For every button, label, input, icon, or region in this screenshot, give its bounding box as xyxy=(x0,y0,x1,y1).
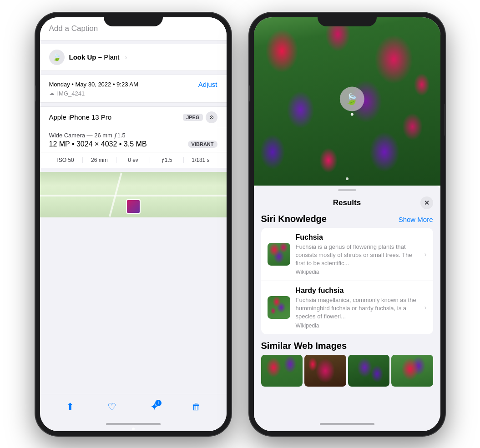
hardy-source: Wikipedia xyxy=(296,322,419,329)
similar-images-section: Similar Web Images xyxy=(254,335,440,390)
fuchsia-source: Wikipedia xyxy=(296,269,419,275)
lookup-icon: 🍃 xyxy=(49,50,65,65)
similar-image-2[interactable] xyxy=(304,355,346,387)
info-button[interactable]: ✦ i xyxy=(146,399,162,415)
right-phone: 🍃 Results ✕ Siri Knowledge Show More xyxy=(249,13,445,436)
fuchsia-chevron: › xyxy=(424,251,427,258)
meta-filename: ☁ IMG_4241 xyxy=(49,90,217,97)
map-area[interactable] xyxy=(40,172,227,217)
exif-iso: ISO 50 xyxy=(49,157,83,163)
delete-button[interactable]: 🗑 xyxy=(188,399,204,415)
device-name: Apple iPhone 13 Pro xyxy=(49,113,112,121)
leaf-icon: 🍃 xyxy=(52,53,61,61)
caption-input[interactable]: Add a Caption xyxy=(49,24,98,33)
exif-focal: 26 mm xyxy=(83,157,116,163)
left-screen: Add a Caption 🍃 Look Up – Plant › Monday… xyxy=(40,17,227,431)
camera-type: Wide Camera — 26 mm ƒ1.5 xyxy=(49,132,217,139)
hardy-description: Fuchsia magellanica, commonly known as t… xyxy=(296,296,419,321)
fuchsia-name: Fuchsia xyxy=(296,233,419,242)
knowledge-item-fuchsia[interactable]: Fuchsia Fuchsia is a genus of flowering … xyxy=(261,228,433,282)
notch xyxy=(104,13,163,26)
device-section: Apple iPhone 13 Pro JPEG ⊙ Wide Camera —… xyxy=(40,106,227,168)
visual-lookup-button[interactable]: 🍃 xyxy=(339,86,364,111)
lookup-row[interactable]: 🍃 Look Up – Plant › xyxy=(40,44,227,71)
info-section: Add a Caption 🍃 Look Up – Plant › Monday… xyxy=(40,17,227,394)
results-panel: Results ✕ Siri Knowledge Show More xyxy=(254,186,440,418)
device-row: Apple iPhone 13 Pro JPEG ⊙ xyxy=(40,107,227,128)
meta-section: Monday • May 30, 2022 • 9:23 AM Adjust ☁… xyxy=(40,75,227,103)
vibrant-badge: VIBRANT xyxy=(188,141,217,148)
lookup-label: Look Up – Plant xyxy=(69,53,120,61)
similar-images-grid xyxy=(261,355,433,387)
cloud-icon: ☁ xyxy=(49,90,55,96)
hardy-chevron: › xyxy=(424,304,427,311)
heart-icon: ♡ xyxy=(107,401,116,413)
adjust-button[interactable]: Adjust xyxy=(198,81,217,88)
siri-knowledge-title: Siri Knowledge xyxy=(261,214,327,224)
device-badges: JPEG ⊙ xyxy=(183,111,217,123)
results-title: Results xyxy=(274,198,420,207)
share-button[interactable]: ⬆ xyxy=(62,399,78,415)
show-more-button[interactable]: Show More xyxy=(399,216,433,223)
meta-date-row: Monday • May 30, 2022 • 9:23 AM Adjust xyxy=(49,81,217,88)
close-button[interactable]: ✕ xyxy=(420,196,433,209)
lookup-chevron: › xyxy=(125,54,127,61)
lookup-dot xyxy=(350,113,353,116)
knowledge-item-hardy[interactable]: Hardy fuchsia Fuchsia magellanica, commo… xyxy=(261,281,433,334)
exif-aperture: ƒ1.5 xyxy=(150,157,184,163)
jpeg-badge: JPEG xyxy=(183,114,202,121)
home-bar xyxy=(106,423,161,425)
similar-image-1[interactable] xyxy=(261,355,303,387)
left-toolbar: ⬆ ♡ ✦ i 🗑 xyxy=(40,394,227,418)
notch-right xyxy=(318,13,377,26)
right-home-bar xyxy=(320,423,374,425)
camera-detail: Wide Camera — 26 mm ƒ1.5 12 MP • 3024 × … xyxy=(40,128,227,152)
knowledge-card: Fuchsia Fuchsia is a genus of flowering … xyxy=(261,228,433,334)
exif-ev: 0 ev xyxy=(116,157,150,163)
trash-icon: 🗑 xyxy=(192,402,201,412)
location-icon: ⊙ xyxy=(206,111,217,123)
camera-specs-row: 12 MP • 3024 × 4032 • 3.5 MB VIBRANT xyxy=(49,140,217,148)
exif-shutter: 1/181 s xyxy=(184,157,217,163)
share-icon: ⬆ xyxy=(66,401,74,413)
hardy-text: Hardy fuchsia Fuchsia magellanica, commo… xyxy=(296,287,419,329)
favorite-button[interactable]: ♡ xyxy=(104,399,120,415)
right-photo-area[interactable]: 🍃 xyxy=(254,17,440,186)
hardy-thumbnail xyxy=(268,296,290,319)
right-home-indicator xyxy=(254,418,440,431)
fuchsia-thumb-image xyxy=(268,243,290,266)
page-indicator-right xyxy=(346,177,349,180)
hardy-thumb-image xyxy=(268,296,290,319)
similar-image-3[interactable] xyxy=(348,355,390,387)
similar-header: Similar Web Images xyxy=(261,341,433,351)
results-header: Results ✕ xyxy=(254,193,440,214)
exif-row: ISO 50 26 mm 0 ev ƒ1.5 1/181 s xyxy=(40,152,227,168)
right-screen: 🍃 Results ✕ Siri Knowledge Show More xyxy=(254,17,440,431)
fuchsia-text: Fuchsia Fuchsia is a genus of flowering … xyxy=(296,233,419,276)
fuchsia-thumbnail xyxy=(268,243,290,266)
meta-date: Monday • May 30, 2022 • 9:23 AM xyxy=(49,81,138,88)
map-road-2 xyxy=(40,195,227,196)
drag-handle[interactable] xyxy=(338,189,356,191)
page-indicator xyxy=(132,428,135,430)
map-photo-thumbnail xyxy=(126,199,141,214)
siri-knowledge-section: Siri Knowledge Show More Fuchsia Fuchsia… xyxy=(254,214,440,334)
hardy-name: Hardy fuchsia xyxy=(296,287,419,295)
siri-header: Siri Knowledge Show More xyxy=(261,214,433,224)
fuchsia-description: Fuchsia is a genus of flowering plants t… xyxy=(296,243,419,268)
left-phone: Add a Caption 🍃 Look Up – Plant › Monday… xyxy=(35,13,231,436)
info-badge: i xyxy=(155,400,162,406)
leaf-lookup-icon: 🍃 xyxy=(345,92,359,105)
similar-title: Similar Web Images xyxy=(261,341,347,351)
similar-image-4[interactable] xyxy=(391,355,433,387)
